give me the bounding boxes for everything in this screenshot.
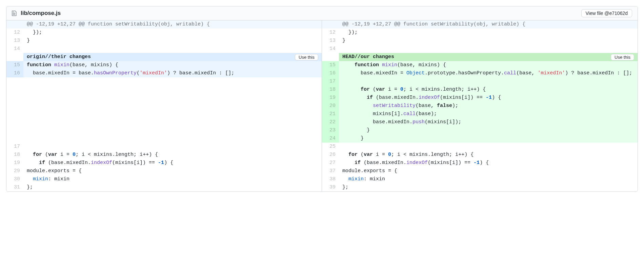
file-name: lib/compose.js — [21, 10, 61, 17]
code-cell: setWritability(base, false); — [339, 102, 638, 110]
code-cell: mixin: mixin — [339, 175, 638, 183]
line-number: 16 — [6, 69, 23, 77]
hunk-text: @@ -12,19 +12,27 @@ function setWritabil… — [23, 20, 322, 29]
conflict-label: origin//their changes — [23, 53, 91, 61]
line-number: 23 — [322, 126, 339, 134]
line-number — [6, 134, 23, 143]
view-file-button[interactable]: View file @e71062d — [581, 9, 632, 17]
line-number: 19 — [322, 94, 339, 102]
code-cell — [23, 143, 322, 151]
code-cell: module.exports = { — [23, 167, 322, 175]
line-number: 12 — [6, 29, 23, 37]
use-this-button[interactable]: Use this — [295, 54, 318, 60]
empty-row — [6, 118, 322, 126]
code-cell: if (base.mixedIn.indexOf(mixins[i]) == -… — [339, 94, 638, 102]
line-number: 17 — [322, 77, 339, 86]
line-number: 14 — [6, 45, 23, 53]
code-row: 17 — [322, 77, 638, 86]
file-info: lib/compose.js — [12, 10, 61, 17]
line-number: 13 — [6, 37, 23, 45]
use-this-button[interactable]: Use this — [611, 54, 634, 60]
code-cell: function mixin(base, mixins) { — [339, 61, 638, 69]
diff-container: lib/compose.js View file @e71062d @@ -12… — [6, 6, 638, 192]
code-row: 12 }); — [6, 29, 322, 37]
code-cell — [23, 134, 322, 143]
code-row: 39}; — [322, 183, 638, 191]
code-row: 15function mixin(base, mixins) { — [6, 61, 322, 69]
line-number — [6, 86, 23, 94]
code-row: 12 }); — [322, 29, 638, 37]
code-row: 25 — [322, 143, 638, 151]
empty-row — [6, 134, 322, 143]
code-cell: for (var i = 0; i < mixins.length; i++) … — [339, 86, 638, 94]
code-row: 13} — [6, 37, 322, 45]
line-number: 37 — [322, 167, 339, 175]
line-number: 16 — [322, 69, 339, 77]
code-row: 19 if (base.mixedIn.indexOf(mixins[i]) =… — [6, 159, 322, 167]
code-row: 18 for (var i = 0; i < mixins.length; i+… — [322, 86, 638, 94]
code-cell: for (var i = 0; i < mixins.length; i++) … — [339, 151, 638, 159]
line-number — [6, 77, 23, 86]
line-number: 39 — [322, 183, 339, 191]
code-cell — [23, 102, 322, 110]
empty-row — [6, 77, 322, 86]
code-row: 37module.exports = { — [322, 167, 638, 175]
line-number: 38 — [322, 175, 339, 183]
line-number — [6, 20, 23, 29]
code-cell — [23, 126, 322, 134]
line-number: 24 — [322, 134, 339, 143]
code-cell — [23, 77, 322, 86]
code-row: 13} — [322, 37, 638, 45]
code-cell: base.mixedIn = base.hasOwnProperty('mixe… — [23, 69, 322, 77]
code-row: 31}; — [6, 183, 322, 191]
code-cell — [23, 118, 322, 126]
code-row: 22 base.mixedIn.push(mixins[i]); — [322, 118, 638, 126]
code-row: 15 function mixin(base, mixins) { — [322, 61, 638, 69]
code-row: 23 } — [322, 126, 638, 134]
diff-side-ours: @@ -12,19 +12,27 @@ function setWritabil… — [322, 20, 638, 191]
code-row: 21 mixins[i].call(base); — [322, 110, 638, 118]
code-cell: if (base.mixedIn.indexOf(mixins[i]) == -… — [339, 159, 638, 167]
conflict-label: HEAD//our changes — [339, 53, 394, 61]
line-number — [322, 53, 339, 61]
code-row: 27 if (base.mixedIn.indexOf(mixins[i]) =… — [322, 159, 638, 167]
hunk-header: @@ -12,19 +12,27 @@ function setWritabil… — [322, 20, 638, 29]
code-cell: base.mixedIn.push(mixins[i]); — [339, 118, 638, 126]
code-row: 30 mixin: mixin — [6, 175, 322, 183]
code-row: 38 mixin: mixin — [322, 175, 638, 183]
code-cell — [23, 110, 322, 118]
line-number — [6, 126, 23, 134]
code-cell: }); — [23, 29, 322, 37]
line-number: 15 — [6, 61, 23, 69]
line-number: 22 — [322, 118, 339, 126]
line-number: 26 — [322, 151, 339, 159]
line-number: 30 — [6, 175, 23, 183]
code-cell — [23, 94, 322, 102]
hunk-text: @@ -12,19 +12,27 @@ function setWritabil… — [339, 20, 638, 29]
code-cell — [23, 86, 322, 94]
line-number — [6, 110, 23, 118]
code-cell — [339, 45, 638, 53]
line-number — [6, 102, 23, 110]
line-number: 18 — [322, 86, 339, 94]
line-number: 20 — [322, 102, 339, 110]
line-number: 31 — [6, 183, 23, 191]
line-number: 13 — [322, 37, 339, 45]
line-number — [6, 53, 23, 61]
code-cell: }); — [339, 29, 638, 37]
code-cell: module.exports = { — [339, 167, 638, 175]
file-header: lib/compose.js View file @e71062d — [6, 6, 638, 20]
code-cell: } — [339, 126, 638, 134]
line-number: 29 — [6, 167, 23, 175]
line-number: 27 — [322, 159, 339, 167]
code-cell: base.mixedIn = Object.prototype.hasOwnPr… — [339, 69, 638, 77]
code-row: 16 base.mixedIn = base.hasOwnProperty('m… — [6, 69, 322, 77]
code-cell — [23, 45, 322, 53]
file-icon — [12, 10, 17, 16]
conflict-header-ours: HEAD//our changesUse this — [322, 53, 638, 61]
code-cell: } — [339, 37, 638, 45]
code-cell — [339, 143, 638, 151]
diff-side-theirs: @@ -12,19 +12,27 @@ function setWritabil… — [6, 20, 322, 191]
code-row: 24 } — [322, 134, 638, 143]
hunk-header: @@ -12,19 +12,27 @@ function setWritabil… — [6, 20, 322, 29]
